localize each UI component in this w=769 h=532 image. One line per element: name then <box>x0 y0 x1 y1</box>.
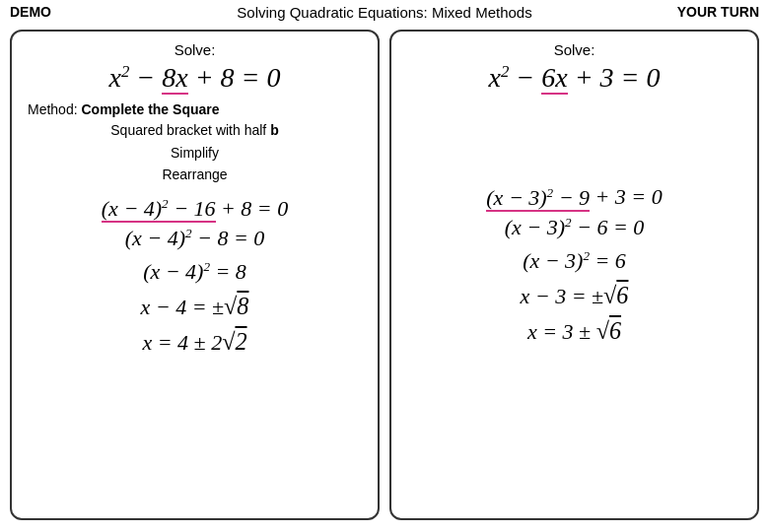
demo-step4: x − 4 = ±√8 <box>141 293 249 320</box>
demo-step3: (x − 4)2 = 8 <box>143 259 246 285</box>
demo-label: DEMO <box>10 4 51 20</box>
demo-main-equation: x2 − 8x + 8 = 0 <box>109 62 281 94</box>
header: DEMO Solving Quadratic Equations: Mixed … <box>0 0 769 24</box>
demo-steps: Squared bracket with half b Simplify Rea… <box>110 119 278 185</box>
your-turn-step4: x − 3 = ±√6 <box>521 282 629 309</box>
your-turn-label: YOUR TURN <box>677 4 759 20</box>
demo-step5: x = 4 ± 2√2 <box>142 328 246 356</box>
demo-step2: (x − 4)2 − 8 = 0 <box>125 226 265 251</box>
header-title: Solving Quadratic Equations: Mixed Metho… <box>237 4 531 21</box>
your-turn-step3: (x − 3)2 = 6 <box>523 248 626 274</box>
main-content: Solve: x2 − 8x + 8 = 0 Method: Complete … <box>0 24 769 526</box>
your-turn-step2: (x − 3)2 − 6 = 0 <box>505 215 645 240</box>
your-turn-panel: Solve: x2 − 6x + 3 = 0 (x − 3)2 − 9 + 3 … <box>389 30 759 520</box>
demo-solve-label: Solve: <box>175 41 216 58</box>
your-turn-step5: x = 3 ± √6 <box>527 317 621 345</box>
your-turn-step1: (x − 3)2 − 9 + 3 = 0 <box>407 184 741 210</box>
your-turn-solve-label: Solve: <box>554 41 595 58</box>
demo-step1: (x − 4)2 − 16 + 8 = 0 <box>28 196 362 222</box>
demo-panel: Solve: x2 − 8x + 8 = 0 Method: Complete … <box>10 30 380 520</box>
demo-method: Method: Complete the Square <box>28 101 220 117</box>
your-turn-main-equation: x2 − 6x + 3 = 0 <box>489 62 661 94</box>
